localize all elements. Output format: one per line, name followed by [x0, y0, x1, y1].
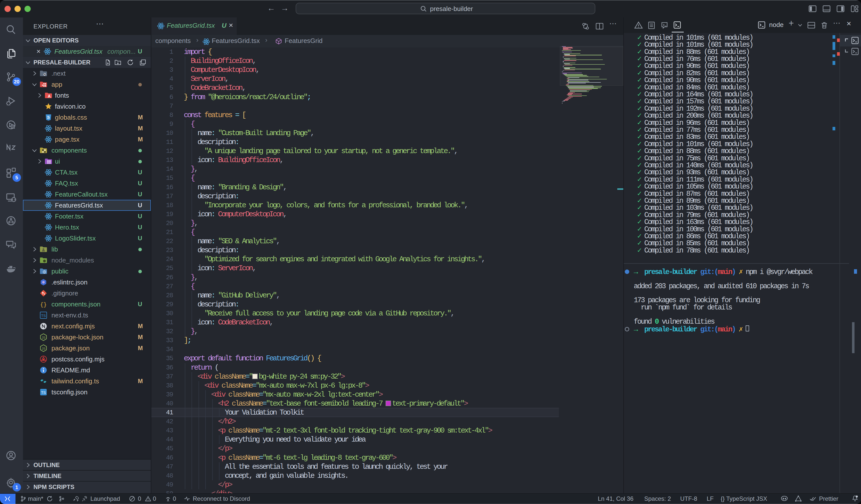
svg-text:JS: JS — [42, 336, 45, 339]
svg-text:A: A — [48, 94, 51, 98]
svg-text:{}: {} — [40, 302, 47, 308]
svg-text:TS: TS — [41, 314, 46, 318]
svg-text:TS: TS — [41, 391, 46, 395]
svg-text:JS: JS — [42, 347, 45, 350]
